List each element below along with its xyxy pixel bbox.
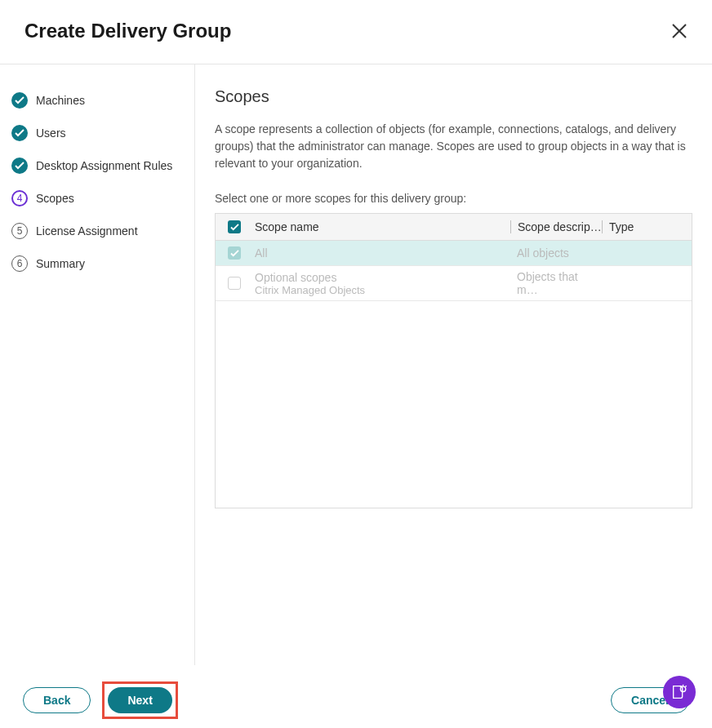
- content-heading: Scopes: [215, 87, 692, 106]
- step-label: Summary: [36, 257, 85, 270]
- row-checkbox-cell[interactable]: [216, 246, 253, 260]
- step-number-icon: 4: [11, 190, 28, 206]
- table-row[interactable]: All All objects: [216, 241, 692, 266]
- scopes-table: Scope name Scope descrip… Type All All o…: [215, 213, 692, 508]
- next-button[interactable]: Next: [108, 687, 171, 713]
- content-description: A scope represents a collection of objec…: [215, 121, 692, 172]
- table-row[interactable]: Optional scopes Citrix Managed Objects O…: [216, 266, 692, 301]
- footer-left: Back Next: [23, 681, 178, 719]
- checkbox-checked-icon: [228, 220, 241, 233]
- step-users[interactable]: Users: [11, 117, 183, 149]
- col-scope-description[interactable]: Scope descrip…: [510, 220, 602, 233]
- next-button-highlight: Next: [102, 681, 177, 719]
- step-machines[interactable]: Machines: [11, 84, 183, 117]
- dialog-title: Create Delivery Group: [24, 20, 231, 42]
- row-description: Objects that m…: [510, 270, 602, 296]
- svg-line-5: [679, 686, 680, 686]
- step-summary[interactable]: 6 Summary: [11, 247, 183, 280]
- step-desktop-assignment-rules[interactable]: Desktop Assignment Rules: [11, 149, 183, 182]
- wizard-sidebar: Machines Users Desktop Assignment Rules …: [0, 64, 195, 665]
- close-icon[interactable]: [671, 23, 688, 39]
- svg-line-4: [685, 686, 686, 686]
- dialog-header: Create Delivery Group: [0, 0, 712, 64]
- checkbox-unchecked-icon: [228, 277, 241, 290]
- dialog-footer: Back Next Cancel: [0, 673, 712, 728]
- checkbox-checked-icon: [228, 246, 241, 260]
- check-icon: [11, 158, 28, 174]
- step-label: Users: [36, 127, 66, 140]
- step-label: Desktop Assignment Rules: [36, 159, 172, 172]
- step-number-icon: 5: [11, 223, 28, 239]
- dialog-body: Machines Users Desktop Assignment Rules …: [0, 64, 712, 665]
- main-content: Scopes A scope represents a collection o…: [195, 64, 712, 665]
- check-icon: [11, 125, 28, 141]
- row-checkbox-cell[interactable]: [216, 277, 253, 290]
- select-all-cell[interactable]: [216, 220, 253, 233]
- check-icon: [11, 92, 28, 109]
- col-type[interactable]: Type: [602, 220, 692, 233]
- table-header: Scope name Scope descrip… Type: [216, 214, 692, 241]
- svg-point-2: [680, 686, 685, 691]
- row-name: Optional scopes: [255, 271, 510, 284]
- content-subtext: Select one or more scopes for this deliv…: [215, 192, 692, 205]
- row-name: All: [253, 246, 510, 260]
- step-label: License Assignment: [36, 224, 138, 237]
- lightbulb-book-icon: [670, 683, 688, 701]
- help-fab[interactable]: [663, 676, 696, 708]
- step-license-assignment[interactable]: 5 License Assignment: [11, 215, 183, 247]
- step-label: Machines: [36, 94, 85, 107]
- step-number-icon: 6: [11, 255, 28, 272]
- row-description: All objects: [510, 246, 602, 260]
- step-label: Scopes: [36, 192, 74, 205]
- col-scope-name[interactable]: Scope name: [253, 220, 510, 233]
- back-button[interactable]: Back: [23, 687, 91, 713]
- row-sub: Citrix Managed Objects: [255, 284, 510, 296]
- step-scopes[interactable]: 4 Scopes: [11, 182, 183, 215]
